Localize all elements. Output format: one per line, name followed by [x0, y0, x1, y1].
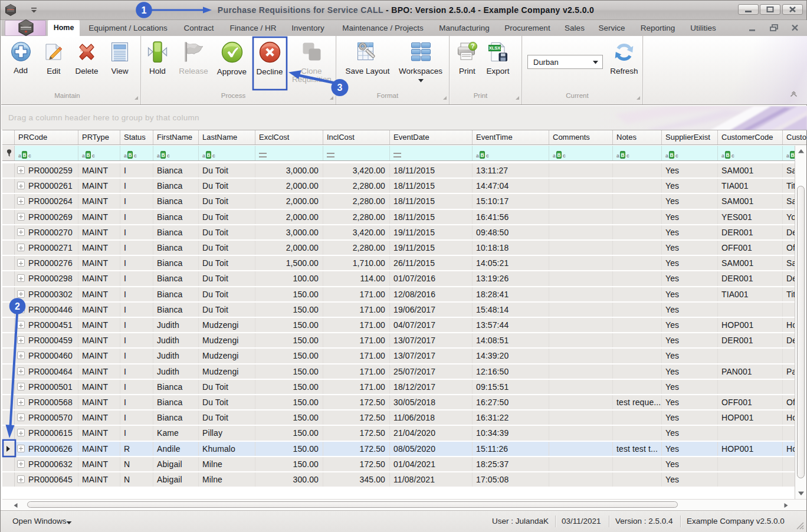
svg-text:?: ? [471, 42, 474, 50]
svg-text:XLSX: XLSX [489, 45, 501, 51]
